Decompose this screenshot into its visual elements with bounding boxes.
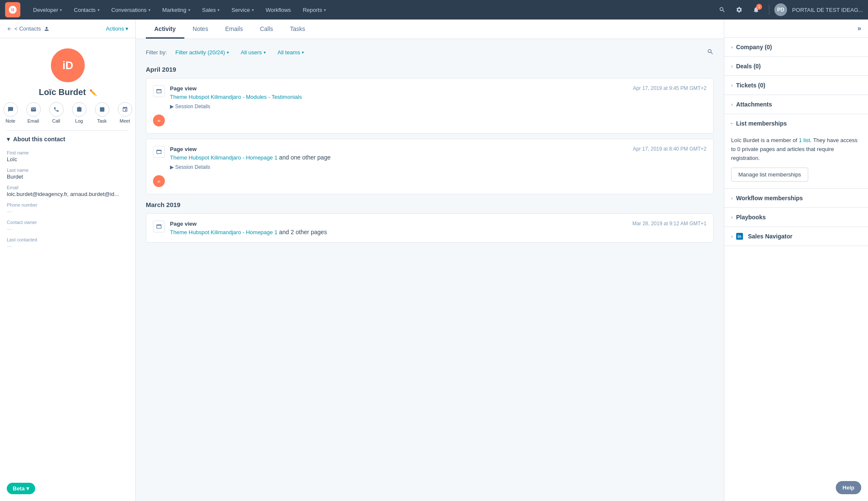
deals-title: Deals (0) <box>736 63 761 70</box>
contact-hero: iD Loïc Burdet ✏️ Note Email <box>0 38 135 130</box>
session-details-toggle-2[interactable]: ▶ Session Details <box>170 164 628 170</box>
page-view-icon-2 <box>153 146 165 158</box>
section-list-memberships-header[interactable]: › List memberships <box>724 114 868 133</box>
field-email: Email loic.burdet@ideagency.fr, arnaud.b… <box>7 182 128 200</box>
back-to-contacts[interactable]: < Contacts <box>7 25 50 32</box>
nav-item-marketing[interactable]: Marketing▾ <box>156 0 196 20</box>
section-list-memberships: › List memberships Loïc Burdet is a memb… <box>724 114 868 189</box>
activity-link-2[interactable]: Theme Hubspot Kilimandjaro - Homepage 1 <box>170 154 278 161</box>
list-memberships-body: Loïc Burdet is a member of 1 list. They … <box>724 133 868 188</box>
log-action[interactable]: Log <box>72 102 86 123</box>
email-action[interactable]: Email <box>26 102 41 123</box>
company-chevron: › <box>731 45 733 50</box>
filter-bar: Filter by: Filter activity (20/24) ▾ All… <box>146 48 714 57</box>
about-chevron-down: ▾ <box>7 136 10 143</box>
deals-chevron: › <box>731 64 733 69</box>
nav-item-service[interactable]: Service▾ <box>225 0 259 20</box>
field-last-contacted: Last contacted — <box>7 235 128 252</box>
list-membership-link[interactable]: 1 list <box>799 137 810 143</box>
users-filter-button[interactable]: All users ▾ <box>237 48 269 57</box>
note-action[interactable]: Note <box>3 102 18 123</box>
tabs-bar: Activity Notes Emails Calls Tasks <box>136 20 724 39</box>
nav-item-contacts[interactable]: Contacts▾ <box>68 0 105 20</box>
contact-avatar: iD <box>51 48 85 82</box>
tab-calls[interactable]: Calls <box>251 20 281 39</box>
task-icon <box>95 102 109 117</box>
contact-name: Loïc Burdet <box>39 87 86 97</box>
activity-search-button[interactable] <box>707 48 714 57</box>
activity-link-1[interactable]: Theme Hubspot Kilimandjaro - Modules - T… <box>170 94 302 100</box>
user-name: PORTAIL DE TEST IDEAG... <box>792 7 863 13</box>
sales-navigator-title: Sales Navigator <box>748 233 793 240</box>
actions-button[interactable]: Actions ▾ <box>106 25 128 32</box>
svg-text:iD: iD <box>62 59 73 71</box>
nav-item-workflows[interactable]: Workflows <box>260 0 297 20</box>
section-tickets-header[interactable]: › Tickets (0) <box>724 76 868 95</box>
company-title: Company (0) <box>736 44 772 50</box>
call-action[interactable]: Call <box>49 102 64 123</box>
meet-action[interactable]: Meet <box>118 102 132 123</box>
help-button[interactable]: Help <box>836 481 861 494</box>
nav-item-developer[interactable]: Developer▾ <box>27 0 68 20</box>
nav-item-conversations[interactable]: Conversations▾ <box>106 0 156 20</box>
tab-emails[interactable]: Emails <box>217 20 251 39</box>
session-details-toggle-1[interactable]: ▶ Session Details <box>170 104 628 109</box>
nav-item-reports[interactable]: Reports▾ <box>297 0 332 20</box>
activity-card-header-3: Page view Theme Hubspot Kilimandjaro - H… <box>153 221 707 235</box>
tab-tasks[interactable]: Tasks <box>281 20 314 39</box>
workflow-chevron: › <box>731 196 733 201</box>
section-sales-navigator-header[interactable]: › in Sales Navigator <box>724 227 868 246</box>
left-sidebar: < Contacts Actions ▾ iD Loïc Burdet ✏️ <box>0 20 136 501</box>
section-sales-navigator: › in Sales Navigator <box>724 227 868 246</box>
page-view-icon-3 <box>153 221 165 232</box>
activity-link-3[interactable]: Theme Hubspot Kilimandjaro - Homepage 1 <box>170 229 278 235</box>
section-playbooks: › Playbooks <box>724 208 868 227</box>
contact-name-row: Loïc Burdet ✏️ <box>39 87 96 97</box>
linkedin-icon: in <box>736 233 743 240</box>
activity-filter-chevron: ▾ <box>227 50 229 55</box>
tab-activity[interactable]: Activity <box>146 20 184 39</box>
tickets-title: Tickets (0) <box>736 82 765 89</box>
activity-card-3: Page view Theme Hubspot Kilimandjaro - H… <box>146 213 714 243</box>
section-deals: › Deals (0) <box>724 57 868 76</box>
activity-card-1: Page view Theme Hubspot Kilimandjaro - M… <box>146 78 714 134</box>
field-first-name: First name Loïc <box>7 148 128 165</box>
section-workflow-header[interactable]: › Workflow memberships <box>724 189 868 207</box>
collapse-sidebar-button[interactable]: » <box>857 25 861 32</box>
edit-contact-icon[interactable]: ✏️ <box>89 89 97 96</box>
about-header[interactable]: ▾ About this contact <box>7 130 128 148</box>
activity-filter-button[interactable]: Filter activity (20/24) ▾ <box>172 48 232 57</box>
log-icon <box>72 102 86 117</box>
filter-by-label: Filter by: <box>146 49 167 56</box>
activity-extra-2: and one other page <box>279 154 331 161</box>
section-workflow-memberships: › Workflow memberships <box>724 189 868 208</box>
field-owner: Contact owner — <box>7 217 128 235</box>
note-icon <box>3 102 18 117</box>
manage-list-memberships-button[interactable]: Manage list memberships <box>731 168 808 182</box>
task-action[interactable]: Task <box>95 102 109 123</box>
nav-item-sales[interactable]: Sales▾ <box>196 0 226 20</box>
activity-card-header-1: Page view Theme Hubspot Kilimandjaro - M… <box>153 85 707 109</box>
section-company-header[interactable]: › Company (0) <box>724 38 868 56</box>
user-avatar[interactable]: PD <box>774 3 787 16</box>
section-attachments-header[interactable]: › Attachments <box>724 95 868 114</box>
section-playbooks-header[interactable]: › Playbooks <box>724 208 868 227</box>
tab-notes[interactable]: Notes <box>184 20 217 39</box>
activity-content: Filter by: Filter activity (20/24) ▾ All… <box>136 39 724 501</box>
activity-date-2: Apr 17, 2019 at 8:40 PM GMT+2 <box>633 146 707 152</box>
settings-button[interactable] <box>732 2 747 17</box>
section-deals-header[interactable]: › Deals (0) <box>724 57 868 76</box>
activity-card-header-2: Page view Theme Hubspot Kilimandjaro - H… <box>153 146 707 170</box>
month-header-april: April 2019 <box>146 66 714 73</box>
breadcrumb-bar: < Contacts Actions ▾ <box>0 20 135 38</box>
beta-badge[interactable]: Beta ▾ <box>7 483 35 494</box>
hubspot-logo[interactable] <box>5 2 20 17</box>
right-sidebar: » › Company (0) › Deals (0) › Tickets (0… <box>724 20 868 501</box>
notifications-button[interactable]: 1 <box>748 2 764 17</box>
search-button[interactable] <box>715 2 730 17</box>
workflow-title: Workflow memberships <box>736 195 803 202</box>
playbooks-chevron: › <box>731 215 733 220</box>
about-section: ▾ About this contact First name Loïc Las… <box>0 130 135 259</box>
activity-type-2: Page view <box>170 146 628 152</box>
teams-filter-button[interactable]: All teams ▾ <box>274 48 307 57</box>
